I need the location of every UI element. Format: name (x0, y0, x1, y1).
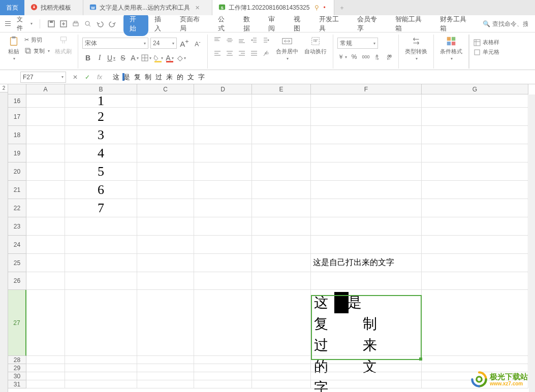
format-painter[interactable]: 格式刷 (53, 35, 74, 69)
cell-F17[interactable] (311, 108, 422, 126)
cell-B22[interactable]: 7 (65, 199, 137, 217)
cell-A17[interactable] (26, 108, 65, 126)
cell-B20[interactable]: 5 (65, 162, 137, 181)
cell-G16[interactable] (422, 94, 528, 108)
cell-F28[interactable] (311, 356, 422, 364)
cell-D25[interactable] (194, 254, 252, 272)
align-right-button[interactable] (236, 48, 247, 59)
paste-button[interactable]: 粘贴 ▾ (6, 35, 21, 69)
cell-G26[interactable] (422, 272, 528, 290)
row-header-21[interactable]: 21 (8, 181, 26, 199)
row-header-29[interactable]: 29 (8, 364, 26, 372)
increase-font-button[interactable]: A+ (179, 38, 190, 49)
cell-G27[interactable] (422, 290, 528, 356)
cell-C25[interactable] (137, 254, 194, 272)
cell-F26[interactable] (311, 272, 422, 290)
border-button[interactable]: ▾ (141, 52, 152, 64)
ribbon-tab-vip[interactable]: 会员专享 (351, 12, 389, 36)
cell-G19[interactable] (422, 144, 528, 162)
command-search-input[interactable] (492, 20, 528, 27)
cell-B28[interactable] (65, 356, 137, 364)
cell-C31[interactable] (137, 380, 194, 388)
cell-B27[interactable] (65, 290, 137, 356)
align-center-button[interactable] (224, 48, 235, 59)
tab-workbook[interactable]: S 工作簿1.20220816081435325 ⚲ • (212, 0, 334, 15)
cell-E27[interactable] (252, 290, 311, 356)
select-all-corner[interactable] (8, 84, 26, 94)
cell-F18[interactable] (311, 126, 422, 144)
cell-E24[interactable] (252, 236, 311, 254)
cell-B30[interactable] (65, 372, 137, 380)
name-box[interactable]: F27 ▾ (20, 72, 66, 83)
align-middle-button[interactable] (224, 35, 235, 46)
cell-F20[interactable] (311, 162, 422, 181)
cell-style-button[interactable]: 单元格 (474, 48, 499, 56)
cell-E20[interactable] (252, 162, 311, 181)
cell-B18[interactable]: 3 (65, 126, 137, 144)
cell-F21[interactable] (311, 181, 422, 199)
cell-D19[interactable] (194, 144, 252, 162)
cell-D27[interactable] (194, 290, 252, 356)
cell-A30[interactable] (26, 372, 65, 380)
font-color-button[interactable]: A▾ (129, 52, 140, 64)
cell-A23[interactable] (26, 217, 65, 236)
cell-C22[interactable] (137, 199, 194, 217)
cell-D22[interactable] (194, 199, 252, 217)
cell-F27[interactable]: 这​是 复 制过 来 的 文字 (311, 290, 422, 356)
cell-F30[interactable] (311, 372, 422, 380)
merge-center-button[interactable]: 合并居中▾ (274, 35, 300, 69)
cell-B21[interactable]: 6 (65, 181, 137, 199)
ribbon-tab-smart[interactable]: 智能工具箱 (389, 12, 434, 36)
number-format-select[interactable]: 常规 ▾ (337, 38, 378, 49)
cell-A26[interactable] (26, 272, 65, 290)
cell-A21[interactable] (26, 181, 65, 199)
col-header-e[interactable]: E (252, 84, 311, 94)
cell-B17[interactable]: 2 (65, 108, 137, 126)
cell-A28[interactable] (26, 356, 65, 364)
italic-button[interactable]: I (94, 52, 105, 64)
cell-E29[interactable] (252, 364, 311, 372)
undo-icon[interactable] (96, 20, 104, 28)
tab-doc[interactable]: W 文字是人类用表...远的方式和工具 ✕ (83, 0, 212, 15)
cell-C26[interactable] (137, 272, 194, 290)
cell-D16[interactable] (194, 94, 252, 108)
cell-C18[interactable] (137, 126, 194, 144)
row-header-20[interactable]: 20 (8, 162, 26, 181)
cell-G24[interactable] (422, 236, 528, 254)
cell-A16[interactable] (26, 94, 65, 108)
cell-E17[interactable] (252, 108, 311, 126)
col-header-f[interactable]: F (311, 84, 422, 94)
command-search[interactable]: 🔍 (479, 20, 532, 27)
row-header-19[interactable]: 19 (8, 144, 26, 162)
decrease-decimal-button[interactable]: .0 (372, 52, 383, 62)
cond-format-button[interactable]: 条件格式▾ (438, 35, 464, 69)
cell-C16[interactable] (137, 94, 194, 108)
cell-A18[interactable] (26, 126, 65, 144)
copy-button[interactable]: 复制▾ (23, 46, 51, 56)
auto-wrap-button[interactable]: 自动换行 (302, 35, 329, 69)
cell-E28[interactable] (252, 356, 311, 364)
cell-E25[interactable] (252, 254, 311, 272)
cell-G25[interactable] (422, 254, 528, 272)
cell-A29[interactable] (26, 364, 65, 372)
cell-A31[interactable] (26, 380, 65, 388)
formula-input[interactable]: 这​是 复 制过 来 的 文 字 (109, 73, 535, 82)
cut-button[interactable]: ✂ 剪切 (23, 35, 51, 45)
cell-F29[interactable] (311, 364, 422, 372)
fill-color-button[interactable]: ▾ (152, 52, 164, 64)
cell-E31[interactable] (252, 380, 311, 388)
cell-B29[interactable] (65, 364, 137, 372)
cell-B26[interactable] (65, 272, 137, 290)
print-icon[interactable] (72, 20, 80, 28)
col-header-c[interactable]: C (137, 84, 194, 94)
cell-B16[interactable]: 1 (65, 94, 137, 108)
orientation-button[interactable]: ab (261, 48, 272, 59)
font-family-select[interactable]: 宋体 ▾ (82, 38, 148, 49)
close-icon[interactable]: ✕ (195, 5, 200, 11)
cell-E19[interactable] (252, 144, 311, 162)
cell-G20[interactable] (422, 162, 528, 181)
row-header-30[interactable]: 30 (8, 372, 26, 380)
strike-button[interactable]: S (117, 52, 129, 64)
cell-C19[interactable] (137, 144, 194, 162)
cell-A22[interactable] (26, 199, 65, 217)
